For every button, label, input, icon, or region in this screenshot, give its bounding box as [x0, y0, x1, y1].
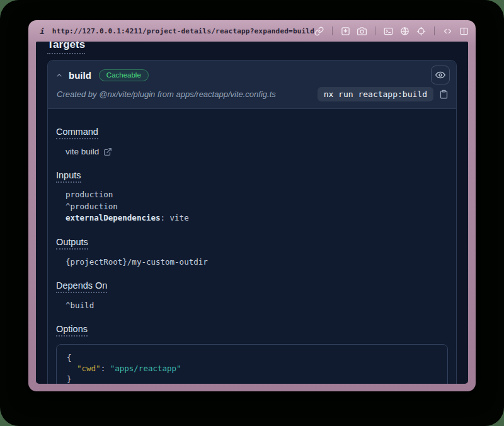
download-icon[interactable]: [341, 26, 350, 36]
info-icon: i: [40, 26, 45, 36]
copy-icon[interactable]: [439, 89, 449, 99]
globe-icon[interactable]: [400, 26, 410, 36]
crosshair-icon[interactable]: [416, 26, 426, 36]
terminal-icon[interactable]: [384, 26, 393, 36]
command-section-heading: Command: [56, 127, 448, 139]
input-item-keyed: externalDependencies: vite: [66, 212, 448, 224]
chevron-up-icon[interactable]: [55, 71, 63, 79]
url-text: http://127.0.0.1:4211/project-details/re…: [52, 27, 314, 35]
targets-heading: Targets: [47, 42, 457, 54]
created-by-text: Created by @nx/vite/plugin from apps/rea…: [57, 89, 276, 99]
camera-icon[interactable]: [357, 26, 367, 36]
run-command-chip: nx run reactapp:build: [318, 87, 433, 101]
depends-on-section-heading: Depends On: [56, 280, 448, 293]
url-bar: i http://127.0.0.1:4211/project-details/…: [28, 20, 476, 42]
options-section-heading: Options: [56, 324, 448, 337]
titlebar-toolbar: [314, 26, 469, 36]
inputs-section-heading: Inputs: [56, 170, 448, 183]
cacheable-badge: Cacheable: [99, 69, 149, 81]
depends-on-item: ^build: [66, 299, 448, 311]
browser-window: i http://127.0.0.1:4211/project-details/…: [28, 20, 476, 391]
build-card-body: Command vite build Inputs production ^pr…: [48, 109, 456, 384]
outputs-section-heading: Outputs: [56, 237, 448, 250]
output-item: {projectRoot}/my-custom-outdir: [66, 256, 448, 268]
input-key-value: : vite: [161, 213, 189, 222]
options-json-block: { "cwd": "apps/reactapp" }: [56, 344, 448, 384]
input-item: production: [66, 189, 448, 201]
json-line: {: [67, 352, 437, 363]
view-target-details-button[interactable]: [431, 66, 450, 84]
toolbar-separator: [375, 26, 375, 35]
page-viewport: Targets build Cacheable: [36, 42, 468, 384]
input-item: ^production: [66, 201, 448, 213]
command-value: vite build: [66, 146, 99, 158]
json-line: }: [67, 374, 437, 384]
build-title-row[interactable]: build Cacheable: [48, 60, 456, 86]
toolbar-separator: [332, 26, 333, 35]
target-card-build: build Cacheable Created by @nx/vite/plug…: [47, 60, 457, 384]
external-link-icon[interactable]: [103, 147, 112, 156]
link-icon[interactable]: [314, 26, 324, 36]
project-details-page: Targets build Cacheable: [36, 42, 468, 384]
json-value: "apps/reactapp": [110, 364, 181, 373]
json-line: "cwd": "apps/reactapp": [67, 363, 437, 374]
build-meta-row: Created by @nx/vite/plugin from apps/rea…: [48, 86, 456, 108]
columns-icon[interactable]: [459, 26, 469, 36]
build-card-header: build Cacheable Created by @nx/vite/plug…: [48, 60, 456, 108]
toolbar-separator: [434, 26, 435, 35]
code-icon[interactable]: [443, 26, 452, 36]
command-value-row: vite build: [66, 146, 448, 158]
input-key: externalDependencies: [66, 213, 161, 222]
eye-icon: [435, 70, 445, 80]
json-key: "cwd": [77, 364, 101, 373]
target-name: build: [69, 70, 91, 81]
